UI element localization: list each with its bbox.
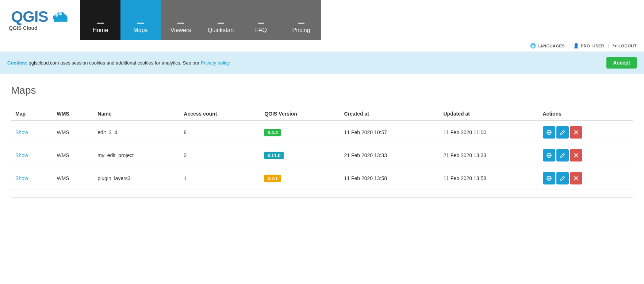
col-header-updated-at: Updated at (439, 107, 538, 121)
table-row: Show WMS edit_3_4 8 3.4.4 11 Feb 2020 10… (11, 121, 633, 144)
logout-button[interactable]: ↪ LOGOUT (613, 43, 637, 48)
cookie-message: qgiscloud.com uses session cookies and a… (29, 60, 201, 66)
cell-actions-0 (538, 121, 633, 144)
view-button-2[interactable] (543, 172, 555, 184)
nav-faq-label: FAQ (255, 27, 267, 34)
nav-item-quickstart[interactable]: Quickstart (201, 0, 241, 40)
col-header-map: Map (11, 107, 52, 121)
edit-button-2[interactable] (556, 172, 569, 184)
col-header-qgis-version: QGIS Version (260, 107, 340, 121)
separator-2: | (608, 43, 609, 48)
nav-item-home[interactable]: Home (80, 0, 120, 40)
cell-wms-2: WMS (52, 167, 93, 190)
table-header-row: Map WMS Name Access count QGIS Version C… (11, 107, 633, 121)
globe-action-icon (546, 175, 552, 181)
delete-button-1[interactable] (570, 149, 582, 162)
qgis-logo-text: QGIS (11, 9, 48, 24)
cookie-accept-button[interactable]: Accept (606, 57, 637, 69)
col-header-name: Name (93, 107, 179, 121)
cell-access-count-1: 0 (179, 144, 260, 167)
maps-table: Map WMS Name Access count QGIS Version C… (11, 107, 633, 190)
top-bar: 🌐 LANGUAGES | 👤 PRO_USER | ↪ LOGOUT (0, 40, 644, 52)
delete-button-0[interactable] (570, 126, 582, 139)
delete-button-2[interactable] (570, 172, 582, 184)
cell-qgis-version-0: 3.4.4 (260, 121, 340, 144)
privacy-policy-link[interactable]: Privacy policy. (201, 60, 231, 66)
logo-subtitle: QGIS Cloud (7, 25, 38, 31)
delete-action-icon (574, 130, 579, 135)
edit-action-icon (560, 176, 565, 181)
view-button-1[interactable] (543, 149, 555, 162)
version-badge-2: 3.2.1 (264, 175, 281, 182)
col-header-actions: Actions (538, 107, 633, 121)
edit-action-icon (560, 153, 565, 158)
show-link-2[interactable]: Show (15, 175, 28, 181)
cell-qgis-version-2: 3.2.1 (260, 167, 340, 190)
nav-pricing-label: Pricing (292, 27, 310, 34)
cell-created-at-2: 11 Feb 2020 13:58 (340, 167, 439, 190)
cell-updated-at-1: 21 Feb 2020 13:33 (439, 144, 538, 167)
cell-qgis-version-1: 3.11.0 (260, 144, 340, 167)
quickstart-nav-icon (218, 23, 224, 24)
cell-actions-1 (538, 144, 633, 167)
nav-item-faq[interactable]: FAQ (241, 0, 281, 40)
actions-group-1 (543, 149, 629, 162)
show-link-1[interactable]: Show (15, 152, 28, 158)
cell-map-1: Show (11, 144, 52, 167)
nav-item-maps[interactable]: Maps (120, 0, 161, 40)
view-button-0[interactable] (543, 126, 555, 139)
col-header-created-at: Created at (340, 107, 439, 121)
version-badge-0: 3.4.4 (264, 129, 281, 136)
actions-group-0 (543, 126, 629, 139)
svg-rect-3 (54, 17, 68, 22)
logout-icon: ↪ (613, 43, 617, 48)
table-row: Show WMS plugin_layers3 1 3.2.1 11 Feb 2… (11, 167, 633, 190)
nav-home-label: Home (93, 27, 108, 34)
nav-item-pricing[interactable]: Pricing (281, 0, 321, 40)
logout-label: LOGOUT (618, 44, 637, 48)
globe-action-icon (546, 152, 552, 158)
user-label: PRO_USER (581, 44, 605, 48)
edit-button-1[interactable] (556, 149, 569, 162)
separator-1: | (568, 43, 570, 48)
delete-action-icon (574, 176, 579, 181)
table-body: Show WMS edit_3_4 8 3.4.4 11 Feb 2020 10… (11, 121, 633, 190)
user-button[interactable]: 👤 PRO_USER (573, 43, 604, 48)
logo-text: QGIS (11, 9, 69, 24)
cookie-banner: Cookies: qgiscloud.com uses session cook… (0, 52, 644, 74)
main-content: Maps Map WMS Name Access count QGIS Vers… (0, 74, 644, 209)
cell-actions-2 (538, 167, 633, 190)
cloud-logo-icon (51, 10, 69, 24)
user-icon: 👤 (573, 43, 579, 48)
pricing-nav-icon (298, 23, 304, 24)
cell-map-0: Show (11, 121, 52, 144)
nav-maps-label: Maps (133, 27, 147, 34)
cell-created-at-1: 21 Feb 2020 13:33 (340, 144, 439, 167)
delete-action-icon (574, 153, 579, 158)
cell-created-at-0: 11 Feb 2020 10:57 (340, 121, 439, 144)
languages-label: LANGUAGES (537, 44, 565, 48)
col-header-wms: WMS (52, 107, 93, 121)
maps-nav-icon (137, 23, 144, 24)
nav-item-viewers[interactable]: Viewers (161, 0, 201, 40)
cell-wms-0: WMS (52, 121, 93, 144)
main-nav: Home Maps Viewers Quickstart FAQ Pricing (80, 0, 644, 40)
table-header: Map WMS Name Access count QGIS Version C… (11, 107, 633, 121)
show-link-0[interactable]: Show (15, 129, 28, 135)
footer-line (11, 197, 633, 198)
cell-name-1: my_edit_project (93, 144, 179, 167)
nav-viewers-label: Viewers (170, 27, 191, 34)
edit-action-icon (560, 130, 565, 135)
globe-icon: 🌐 (530, 43, 536, 48)
actions-group-2 (543, 172, 629, 184)
table-row: Show WMS my_edit_project 0 3.11.0 21 Feb… (11, 144, 633, 167)
cell-name-2: plugin_layers3 (93, 167, 179, 190)
cell-map-2: Show (11, 167, 52, 190)
cell-updated-at-0: 11 Feb 2020 11:00 (439, 121, 538, 144)
globe-action-icon (546, 129, 552, 135)
cell-name-0: edit_3_4 (93, 121, 179, 144)
edit-button-0[interactable] (556, 126, 569, 139)
languages-button[interactable]: 🌐 LANGUAGES (530, 43, 565, 48)
cell-wms-1: WMS (52, 144, 93, 167)
faq-nav-icon (258, 23, 264, 24)
